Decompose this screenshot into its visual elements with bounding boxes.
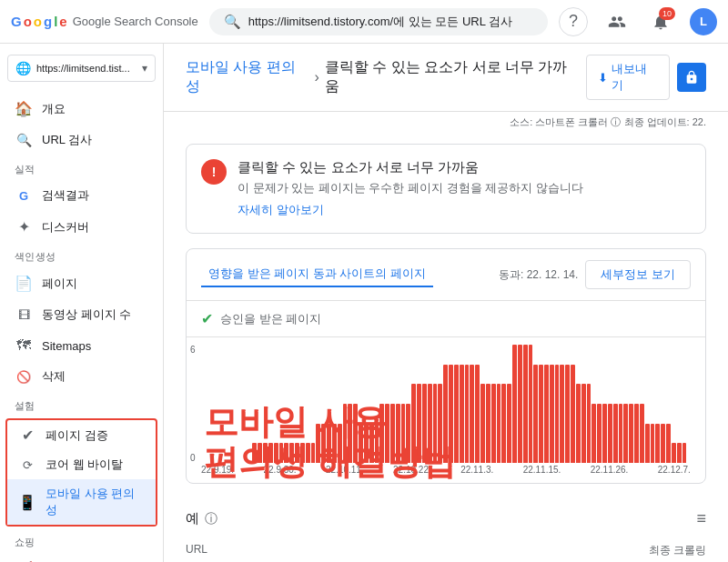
- bar-chart: // Will render bars dynamically: [201, 345, 691, 463]
- approved-pages-label: 승인을 받은 페이지: [220, 311, 321, 327]
- stats-date-info: 동과: 22. 12. 14.: [499, 267, 578, 283]
- sidebar-item-page-check[interactable]: ✔ 페이지 검증: [7, 420, 156, 450]
- sidebar-label-video-pages: 동영상 페이지 수: [42, 306, 131, 323]
- brand-text: Google Search Console: [73, 15, 198, 28]
- sitemap-icon: 🗺: [15, 337, 33, 354]
- detail-button[interactable]: 세부정보 보기: [585, 260, 691, 289]
- mobile-icon: 📱: [18, 494, 36, 511]
- sidebar-label-removals: 삭제: [42, 368, 66, 385]
- content-header: 모바일 사용 편의성 › 클릭할 수 있는 요소가 서로 너무 가까움 ⬇ 내보…: [164, 44, 728, 112]
- sidebar-item-pages[interactable]: 📄 페이지: [0, 267, 163, 299]
- search-icon: 🔍: [224, 14, 241, 30]
- sidebar-item-removals[interactable]: 🚫 삭제: [0, 361, 163, 392]
- avatar[interactable]: L: [690, 8, 717, 35]
- filter-icon[interactable]: ≡: [696, 509, 706, 528]
- table-header: URL 최종 크롤링: [186, 536, 706, 562]
- breadcrumb: 모바일 사용 편의성 › 클릭할 수 있는 요소가 서로 너무 가까움: [186, 58, 579, 96]
- sidebar-item-discover[interactable]: ✦ 디스커버: [0, 211, 163, 243]
- people-button[interactable]: [602, 7, 632, 36]
- breadcrumb-parent[interactable]: 모바일 사용 편의성: [186, 58, 308, 96]
- chart-container: // Will render bars dynamically 22.9.19.…: [187, 337, 705, 483]
- export-label: 내보내기: [612, 61, 658, 94]
- sidebar-item-video-pages[interactable]: 🎞 동영상 페이지 수: [0, 299, 163, 330]
- stats-tab-affected[interactable]: 영향을 받은 페이지 동과 사이트의 페이지: [201, 262, 433, 287]
- source-line: 소스: 스마트폰 크롤러 ⓘ 최종 업데이트: 22.: [164, 112, 728, 129]
- sidebar-label-search-result: 검색결과: [42, 187, 89, 204]
- content-area: 모바일 사용 편의성 › 클릭할 수 있는 요소가 서로 너무 가까움 ⬇ 내보…: [164, 44, 728, 562]
- property-icon: 🌐: [15, 61, 31, 75]
- chart-dates: 22.9.19. 22.9.30. 22.10.11. 22.10.22. 22…: [201, 463, 691, 482]
- sidebar-item-mobile-usability[interactable]: 📱 모바일 사용 편의성: [7, 479, 156, 525]
- sidebar-label-sitemaps: Sitemaps: [42, 339, 91, 353]
- sidebar-item-search-result[interactable]: G 검색결과: [0, 180, 163, 211]
- inner-content: ! 클릭할 수 있는 요소가 서로 너무 가까움 이 문제가 있는 페이지는 우…: [164, 129, 728, 562]
- sidebar-label-pages: 페이지: [42, 276, 77, 292]
- header-actions: ⬇ 내보내기: [586, 55, 706, 100]
- property-selector[interactable]: 🌐 https://limitsend.tist... ▾: [7, 55, 156, 82]
- sidebar-label-mobile-usability: 모바일 사용 편의성: [46, 486, 145, 518]
- alert-body: 클릭할 수 있는 요소가 서로 너무 가까움 이 문제가 있는 페이지는 우수한…: [238, 159, 691, 218]
- discover-icon: ✦: [15, 218, 33, 236]
- topbar-right: ? 10 L: [559, 7, 717, 36]
- approved-pages-row: ✔ 승인을 받은 페이지: [187, 301, 705, 337]
- notification-button[interactable]: 10: [646, 7, 675, 36]
- sidebar-label-discover: 디스커버: [42, 219, 89, 236]
- section-label-indexing: 색인생성: [0, 243, 163, 267]
- sidebar-item-overview[interactable]: 🏠 개요: [0, 93, 163, 125]
- section-label-shopping: 쇼핑: [0, 528, 163, 553]
- breadcrumb-sep: ›: [314, 69, 318, 85]
- alert-icon: !: [201, 159, 227, 185]
- chevron-down-icon: ▾: [142, 62, 147, 75]
- sidebar-label-core-web: 코어 웹 바이탈: [46, 457, 123, 473]
- sidebar-label-overview: 개요: [42, 101, 66, 117]
- stats-header: 영향을 받은 페이지 동과 사이트의 페이지 동과: 22. 12. 14. 세…: [187, 249, 705, 301]
- search-icon: 🔍: [15, 133, 33, 147]
- topbar: Google Google Search Console 🔍 ? 10 L: [0, 0, 728, 44]
- google-logo: Google: [11, 14, 67, 29]
- alert-description: 이 문제가 있는 페이지는 우수한 페이지 경험을 제공하지 않습니다: [238, 180, 691, 196]
- logo-area: Google Google Search Console: [11, 14, 198, 29]
- removals-icon: 🚫: [15, 370, 33, 384]
- examples-label: 예: [186, 510, 199, 527]
- table-col-crawl: 최종 크롤링: [649, 543, 706, 558]
- sidebar-item-shopping[interactable]: 🛒 쇼핑 앱 등록정보: [0, 553, 163, 562]
- help-button[interactable]: ?: [559, 7, 588, 36]
- alert-learn-more[interactable]: 자세히 알아보기: [238, 203, 324, 216]
- table-col-url: URL: [186, 543, 207, 558]
- main-layout: 🌐 https://limitsend.tist... ▾ 🏠 개요 🔍 URL…: [0, 44, 728, 562]
- search-input[interactable]: [248, 15, 533, 28]
- sidebar-item-core-web[interactable]: ⟳ 코어 웹 바이탈: [7, 450, 156, 479]
- checkbox-icon: ✔: [201, 310, 213, 327]
- video-icon: 🎞: [15, 308, 33, 322]
- google-icon: G: [15, 189, 33, 203]
- alert-box: ! 클릭할 수 있는 요소가 서로 너무 가까움 이 문제가 있는 페이지는 우…: [186, 144, 706, 234]
- sidebar-item-url-inspect[interactable]: 🔍 URL 검사: [0, 125, 163, 156]
- pages-icon: 📄: [15, 275, 33, 292]
- home-icon: 🏠: [15, 100, 33, 117]
- sidebar-label-url-inspect: URL 검사: [42, 132, 92, 148]
- examples-section: 예 ⓘ ≡ URL 최종 크롤링: [186, 498, 706, 562]
- stats-section-wrapper: 영향을 받은 페이지 동과 사이트의 페이지 동과: 22. 12. 14. 세…: [186, 248, 706, 484]
- stats-section: 영향을 받은 페이지 동과 사이트의 페이지 동과: 22. 12. 14. 세…: [186, 248, 706, 484]
- search-bar[interactable]: 🔍: [209, 8, 548, 35]
- notification-badge: 10: [659, 7, 675, 20]
- section-label-experiment: 설험: [0, 392, 163, 416]
- examples-header: 예 ⓘ ≡: [186, 498, 706, 536]
- section-label-siljeok: 실적: [0, 156, 163, 180]
- sidebar-label-page-check: 페이지 검증: [46, 427, 108, 444]
- alert-title: 클릭할 수 있는 요소가 서로 너무 가까움: [238, 159, 691, 176]
- export-button[interactable]: ⬇ 내보내기: [586, 55, 670, 100]
- breadcrumb-current: 클릭할 수 있는 요소가 서로 너무 가까움: [325, 58, 580, 96]
- sidebar-item-sitemaps[interactable]: 🗺 Sitemaps: [0, 330, 163, 361]
- lock-button[interactable]: [677, 63, 706, 92]
- sidebar: 🌐 https://limitsend.tist... ▾ 🏠 개요 🔍 URL…: [0, 44, 164, 562]
- property-text: https://limitsend.tist...: [36, 63, 136, 74]
- check-icon: ✔: [18, 427, 36, 444]
- download-icon: ⬇: [598, 71, 608, 85]
- core-web-icon: ⟳: [18, 458, 36, 472]
- info-icon[interactable]: ⓘ: [205, 511, 217, 527]
